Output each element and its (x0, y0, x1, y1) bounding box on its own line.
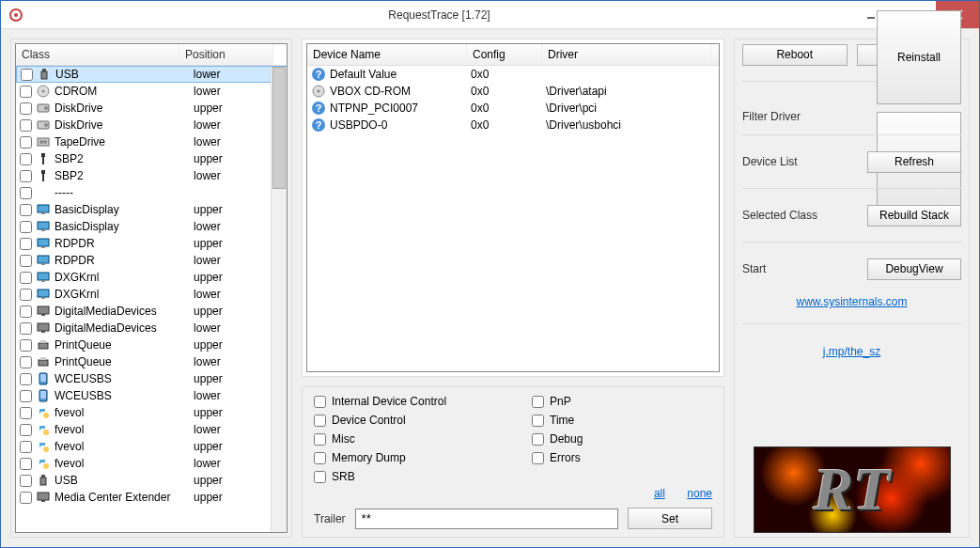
class-row-checkbox[interactable] (20, 255, 32, 267)
reboot-button[interactable]: Reboot (742, 44, 848, 66)
device-listview[interactable]: Device Name Config Driver ?Default Value… (302, 39, 724, 377)
class-row-checkbox[interactable] (20, 458, 32, 470)
debugview-button[interactable]: DebugView (867, 258, 961, 280)
filter-checkbox[interactable] (314, 452, 326, 464)
class-row[interactable]: DXGKrnlupper (16, 269, 287, 286)
class-row-checkbox[interactable] (20, 187, 32, 199)
filter-checkbox[interactable] (532, 415, 544, 427)
class-row-checkbox[interactable] (20, 289, 32, 301)
class-row-checkbox[interactable] (20, 441, 32, 453)
class-row-checkbox[interactable] (20, 86, 32, 98)
class-row[interactable]: fvevollower (16, 455, 287, 472)
filter-all-link[interactable]: all (654, 487, 665, 500)
filter-srb[interactable]: SRB (314, 470, 494, 483)
class-position: upper (194, 203, 283, 216)
class-row[interactable]: SBP2upper (16, 150, 287, 167)
class-row-checkbox[interactable] (20, 492, 32, 504)
device-header-config[interactable]: Config (467, 44, 542, 65)
jmp-link[interactable]: j.mp/the_sz (823, 345, 880, 358)
class-row-checkbox[interactable] (20, 102, 32, 115)
class-row-checkbox[interactable] (21, 69, 33, 81)
rebuild-stack-button[interactable]: Rebuild Stack (867, 205, 961, 227)
class-row[interactable]: WCEUSBSlower (16, 387, 287, 404)
sysinternals-link[interactable]: www.sysinternals.com (796, 295, 907, 308)
device-row[interactable]: VBOX CD-ROM0x0\Driver\atapi (307, 83, 719, 100)
refresh-button[interactable]: Refresh (867, 151, 961, 173)
class-row[interactable]: PrintQueueupper (16, 337, 287, 353)
class-row[interactable]: CDROMlower (16, 83, 287, 100)
class-row-checkbox[interactable] (20, 407, 32, 419)
filter-memory-dump[interactable]: Memory Dump (314, 451, 494, 464)
device-header-driver[interactable]: Driver (542, 44, 711, 65)
svg-rect-32 (41, 297, 45, 299)
device-row[interactable]: ?USBPDO-00x0\Driver\usbohci (307, 117, 719, 133)
class-row-checkbox[interactable] (20, 373, 32, 385)
class-row-checkbox[interactable] (20, 475, 32, 487)
class-row[interactable]: DXGKrnllower (16, 286, 287, 303)
class-row[interactable]: USBlower (16, 66, 287, 83)
device-header-name[interactable]: Device Name (307, 44, 467, 65)
class-row[interactable]: Media Center Extenderupper (16, 489, 287, 506)
filter-debug[interactable]: Debug (532, 432, 712, 446)
filter-checkbox[interactable] (314, 471, 326, 483)
usb-icon (36, 473, 51, 488)
filter-label: Memory Dump (332, 451, 406, 464)
device-row[interactable]: ?Default Value0x0 (307, 66, 719, 83)
class-row[interactable]: DigitalMediaDeviceslower (16, 320, 287, 337)
filter-checkbox[interactable] (532, 396, 544, 408)
class-scrollbar[interactable] (271, 67, 287, 532)
filter-pnp[interactable]: PnP (532, 395, 712, 408)
set-button[interactable]: Set (628, 508, 712, 529)
filter-errors[interactable]: Errors (532, 451, 712, 464)
class-row[interactable]: DiskDrivelower (16, 117, 287, 133)
filter-checkbox[interactable] (532, 433, 544, 446)
reinstall-button[interactable]: Reinstall (877, 10, 961, 104)
class-row-checkbox[interactable] (20, 272, 32, 284)
class-row[interactable]: TapeDrivelower (16, 133, 287, 150)
class-row-checkbox[interactable] (20, 204, 32, 216)
class-row-checkbox[interactable] (20, 136, 32, 149)
class-row[interactable]: PrintQueuelower (16, 353, 287, 370)
filter-none-link[interactable]: none (687, 487, 712, 500)
class-row[interactable]: fvevolupper (16, 404, 287, 421)
filter-checkbox[interactable] (314, 433, 326, 446)
svg-rect-7 (41, 71, 47, 79)
filter-internal-device-control[interactable]: Internal Device Control (314, 395, 494, 408)
filter-misc[interactable]: Misc (314, 432, 494, 446)
class-row[interactable]: BasicDisplayupper (16, 201, 287, 218)
class-row[interactable]: ----- (16, 184, 287, 201)
class-row[interactable]: DiskDriveupper (16, 100, 287, 117)
class-header-class[interactable]: Class (16, 44, 179, 65)
class-row-checkbox[interactable] (20, 119, 32, 132)
class-row-checkbox[interactable] (20, 221, 32, 233)
class-row[interactable]: fvevollower (16, 421, 287, 438)
class-row[interactable]: fvevolupper (16, 438, 287, 455)
class-row[interactable]: USBupper (16, 472, 287, 489)
class-row[interactable]: SBP2lower (16, 167, 287, 184)
filter-checkbox[interactable] (314, 415, 326, 427)
class-row-checkbox[interactable] (20, 238, 32, 250)
class-row[interactable]: WCEUSBSupper (16, 370, 287, 387)
class-row[interactable]: DigitalMediaDevicesupper (16, 303, 287, 320)
class-row[interactable]: BasicDisplaylower (16, 218, 287, 235)
filter-checkbox[interactable] (532, 452, 544, 464)
trailer-input[interactable] (355, 509, 618, 529)
filter-time[interactable]: Time (532, 414, 712, 427)
scrollbar-thumb[interactable] (272, 67, 286, 189)
class-row-checkbox[interactable] (20, 390, 32, 402)
class-row-checkbox[interactable] (20, 424, 32, 436)
class-row-checkbox[interactable] (20, 339, 32, 352)
device-row[interactable]: ?NTPNP_PCI00070x0\Driver\pci (307, 100, 719, 117)
svg-rect-31 (38, 290, 49, 297)
class-row-checkbox[interactable] (20, 322, 32, 335)
class-row-checkbox[interactable] (20, 153, 32, 165)
class-row[interactable]: RDPDRlower (16, 252, 287, 269)
class-row-checkbox[interactable] (20, 356, 32, 368)
class-listview[interactable]: Class Position USBlowerCDROMlowerDiskDri… (15, 43, 288, 533)
class-header-position[interactable]: Position (179, 44, 273, 65)
class-row[interactable]: RDPDRupper (16, 235, 287, 252)
class-row-checkbox[interactable] (20, 305, 32, 318)
filter-device-control[interactable]: Device Control (314, 414, 494, 427)
class-row-checkbox[interactable] (20, 170, 32, 182)
filter-checkbox[interactable] (314, 396, 326, 408)
